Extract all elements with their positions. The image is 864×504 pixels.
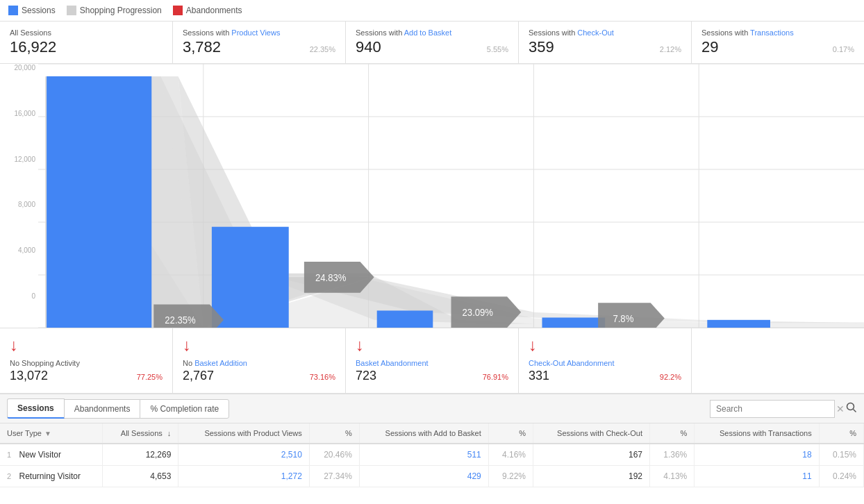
tab-abandonments[interactable]: Abandonments — [64, 399, 141, 419]
abandonment-basket: ↓ Basket Abandonment 723 76.91% — [346, 328, 519, 393]
td-pct-1: 20.46% — [309, 444, 359, 466]
summary-product-views: Sessions with Product Views 3,782 22.35% — [173, 22, 346, 63]
abandonment-row: ↓ No Shopping Activity 13,072 77.25% ↓ N… — [0, 328, 864, 394]
legend-sessions-label: Sessions — [22, 6, 56, 15]
th-add-basket: Sessions with Add to Basket — [359, 423, 488, 444]
red-arrow-3: ↓ — [356, 335, 508, 355]
y-label-12000: 12,000 — [0, 156, 35, 163]
svg-text:24.83%: 24.83% — [315, 271, 346, 283]
svg-rect-21 — [212, 227, 289, 328]
summary-product-views-label: Sessions with Product Views — [183, 28, 335, 37]
td-pct-3: 1.36% — [650, 444, 695, 466]
th-pct-4: % — [819, 423, 863, 444]
checkout-ab-label: Check-Out Abandonment — [529, 359, 681, 367]
chart-area: 20,000 16,000 12,000 8,000 4,000 0 — [0, 64, 864, 328]
no-shopping-label: No Shopping Activity — [10, 359, 163, 367]
summary-checkout-label: Sessions with Check-Out — [529, 28, 681, 37]
basket-ab-pct: 76.91% — [483, 373, 508, 381]
legend-progression-label: Shopping Progression — [80, 6, 162, 15]
summary-all-sessions-value: 16,922 — [10, 38, 163, 56]
summary-transactions: Sessions with Transactions 29 0.17% — [692, 22, 864, 63]
legend-sessions: Sessions — [8, 6, 56, 15]
td-product-views: 1,272 — [178, 466, 309, 487]
sort-arrow-icon: ↓ — [167, 429, 172, 437]
summary-product-views-value: 3,782 — [183, 38, 221, 56]
search-wrap: ✕ — [710, 400, 857, 418]
summary-add-basket-value: 940 — [356, 38, 381, 56]
td-user-type-value[interactable]: Returning Visitor — [19, 471, 81, 481]
y-label-20000: 20,000 — [0, 64, 35, 72]
red-arrow-1: ↓ — [10, 335, 163, 355]
table-header-row: User Type ▼ All Sessions ↓ Sessions with… — [0, 423, 864, 444]
search-input[interactable] — [710, 400, 835, 418]
chart-svg: 22.35% 24.83% 23.09% 7.8% — [38, 64, 864, 328]
abandonment-checkout: ↓ Check-Out Abandonment 331 92.2% — [519, 328, 692, 393]
svg-text:22.35%: 22.35% — [165, 314, 195, 326]
td-user-type-value[interactable]: New Visitor — [19, 450, 60, 460]
svg-text:23.09%: 23.09% — [463, 307, 493, 319]
summary-add-basket-label: Sessions with Add to Basket — [356, 28, 508, 37]
td-pct-3: 4.13% — [650, 466, 695, 487]
summary-add-basket-pct: 5.55% — [487, 45, 508, 53]
table-body: 1 New Visitor 12,269 2,510 20.46% 511 4.… — [0, 444, 864, 487]
chart-inner: 22.35% 24.83% 23.09% 7.8% — [38, 64, 864, 328]
summary-checkout-value: 359 — [529, 38, 554, 56]
td-add-basket: 511 — [359, 444, 488, 466]
summary-all-sessions-label: All Sessions — [10, 28, 163, 37]
summary-row: All Sessions 16,922 Sessions with Produc… — [0, 22, 864, 64]
summary-checkout-pct: 2.12% — [660, 45, 681, 53]
summary-product-views-pct: 22.35% — [310, 45, 335, 53]
abandonment-no-basket: ↓ No Basket Addition 2,767 73.16% — [173, 328, 346, 393]
summary-transactions-value: 29 — [701, 38, 718, 56]
td-all-sessions: 12,269 — [103, 444, 178, 466]
legend: Sessions Shopping Progression Abandonmen… — [0, 0, 864, 22]
td-product-views: 2,510 — [178, 444, 309, 466]
no-basket-pct: 73.16% — [310, 373, 335, 381]
td-user-type: 2 Returning Visitor — [0, 466, 103, 487]
tabs-row: Sessions Abandonments % Completion rate … — [0, 394, 864, 423]
y-label-0: 0 — [0, 292, 35, 300]
svg-rect-23 — [542, 317, 605, 328]
legend-progression: Shopping Progression — [67, 6, 162, 15]
search-icon — [846, 402, 857, 413]
svg-text:7.8%: 7.8% — [613, 313, 633, 325]
search-go-button[interactable] — [846, 402, 857, 415]
tab-completion[interactable]: % Completion rate — [140, 399, 229, 419]
td-user-type: 1 New Visitor — [0, 444, 103, 466]
summary-checkout: Sessions with Check-Out 359 2.12% — [519, 22, 692, 63]
summary-transactions-pct: 0.17% — [833, 45, 854, 53]
th-pct-2: % — [488, 423, 533, 444]
abandonments-color — [173, 6, 183, 15]
user-type-dropdown-icon[interactable]: ▼ — [44, 430, 51, 437]
summary-all-sessions: All Sessions 16,922 — [0, 22, 173, 63]
legend-abandonments: Abandonments — [173, 6, 242, 15]
abandonment-no-shopping: ↓ No Shopping Activity 13,072 77.25% — [0, 328, 173, 393]
y-label-16000: 16,000 — [0, 110, 35, 117]
svg-line-34 — [854, 410, 856, 412]
legend-abandonments-label: Abandonments — [186, 6, 242, 15]
th-transactions: Sessions with Transactions — [695, 423, 819, 444]
basket-ab-label: Basket Abandonment — [356, 359, 508, 367]
red-arrow-2: ↓ — [183, 335, 335, 355]
y-axis-labels: 20,000 16,000 12,000 8,000 4,000 0 — [0, 64, 38, 300]
th-product-views: Sessions with Product Views — [178, 423, 309, 444]
y-label-8000: 8,000 — [0, 201, 35, 208]
row-number: 1 — [7, 451, 11, 459]
no-shopping-pct: 77.25% — [137, 373, 163, 381]
td-pct-4: 0.24% — [819, 466, 863, 487]
td-transactions: 18 — [695, 444, 819, 466]
row-number: 2 — [7, 472, 11, 480]
abandonment-empty — [692, 328, 864, 393]
search-clear-button[interactable]: ✕ — [836, 403, 845, 414]
td-pct-1: 27.34% — [309, 466, 359, 487]
y-label-4000: 4,000 — [0, 246, 35, 254]
no-shopping-value: 13,072 — [10, 369, 48, 383]
td-add-basket: 429 — [359, 466, 488, 487]
sessions-color — [8, 6, 18, 15]
td-checkout: 192 — [533, 466, 649, 487]
tab-sessions[interactable]: Sessions — [7, 398, 65, 419]
td-pct-2: 9.22% — [488, 466, 533, 487]
td-all-sessions: 4,653 — [103, 466, 178, 487]
td-pct-4: 0.15% — [819, 444, 863, 466]
td-pct-2: 4.16% — [488, 444, 533, 466]
